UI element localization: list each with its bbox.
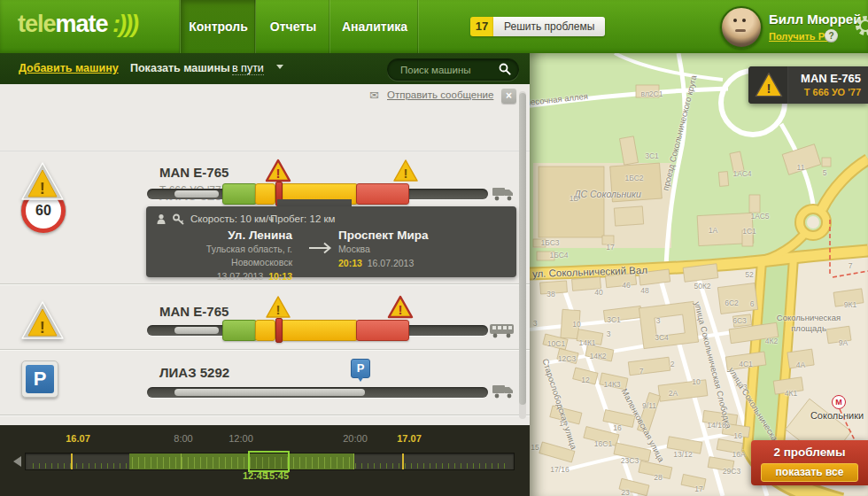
vehicle-name: MAN E-765 (159, 304, 229, 319)
chevron-down-icon[interactable] (276, 65, 283, 69)
timeline-left-arrow-icon[interactable] (13, 456, 21, 467)
user-avatar[interactable] (720, 6, 763, 49)
row-divider (0, 415, 530, 415)
timeline-label: 20:00 (343, 433, 368, 444)
to-title: Проспект Мира (338, 228, 489, 243)
logo[interactable]: telemate :))) (18, 11, 137, 38)
user-name: Билл Мюррей (769, 12, 861, 27)
vehicle-name: MAN E-765 (159, 165, 229, 180)
detail-mileage: Пробег: 12 км (270, 213, 335, 224)
bar-segment-green[interactable] (222, 320, 257, 341)
tab-divider (418, 0, 420, 53)
telemate-app: telemate :))) Контроль Отчеты Аналитика … (0, 0, 868, 496)
svg-text:!: ! (404, 166, 408, 181)
vehicle-name: ЛИАЗ 5292 (159, 365, 229, 380)
logo-tele: tele (18, 11, 56, 37)
bar-elapsed (174, 389, 365, 396)
send-message-link[interactable]: Отправить сообщение (387, 89, 493, 100)
warning-icon: ! (21, 301, 64, 344)
map-canvas (530, 53, 868, 496)
header: telemate :))) Контроль Отчеты Аналитика … (0, 0, 868, 53)
timeline-label: 17.07 (397, 433, 422, 444)
warning-red-marker[interactable]: ! (265, 159, 291, 186)
svg-text:!: ! (767, 81, 771, 96)
tab-analytics[interactable]: Аналитика (329, 0, 419, 53)
from-subtitle: Тульская область, г. Новомосковск (151, 243, 292, 269)
tooltip-vehicle-name: MAN E-765 (801, 72, 861, 85)
svg-text:!: ! (276, 302, 281, 317)
timeline-label: 16.07 (66, 433, 90, 444)
bar-elapsed (174, 190, 219, 198)
svg-text:!: ! (40, 179, 45, 198)
problems-count-label: 2 проблемы (751, 446, 868, 459)
tab-control[interactable]: Контроль (180, 0, 256, 53)
gear-icon[interactable] (854, 14, 868, 37)
bar-elapsed (174, 327, 219, 334)
warning-icon: ! (21, 162, 64, 205)
warning-yellow-marker[interactable]: ! (392, 159, 419, 186)
svg-text:!: ! (399, 302, 403, 317)
truck-icon (492, 383, 515, 404)
close-icon[interactable]: × (501, 89, 516, 104)
bar-segment-green[interactable] (222, 183, 257, 205)
to-datetime: 20:13 16.07.2013 (338, 256, 489, 271)
warning-icon: ! (755, 72, 783, 102)
vehicle-detail-panel: Скорость: 10 км/ч Пробег: 12 км Ул. Лени… (146, 206, 516, 277)
hour-mark (181, 453, 182, 469)
solve-problems-button[interactable]: Решить проблемы (493, 17, 605, 36)
bar-segment-yellow[interactable] (281, 320, 358, 341)
bar-segment-yellow[interactable] (255, 320, 275, 341)
search-icon[interactable] (499, 63, 511, 79)
timeline-track[interactable] (25, 453, 515, 470)
day-mark (402, 453, 404, 469)
arrow-right-icon (309, 242, 332, 258)
map-vehicle-tooltip[interactable]: ! MAN E-765 Т 666 УО '77 (748, 66, 868, 104)
map[interactable]: Песочная аллеяпроезд Сокольнического кру… (530, 53, 868, 496)
timeline-label: 8:00 (174, 433, 192, 444)
detail-speed: Скорость: 10 км/ч (190, 213, 274, 224)
route-bar[interactable]: P (147, 382, 488, 403)
timeline-label: 12:00 (229, 433, 253, 444)
svg-text:!: ! (276, 166, 281, 181)
filter-dropdown[interactable]: в пути (232, 62, 264, 75)
warning-red-marker[interactable]: ! (387, 295, 414, 322)
from-title: Ул. Ленина (151, 228, 292, 243)
timeline-selection[interactable] (248, 451, 290, 472)
to-subtitle: Москва (338, 243, 489, 256)
svg-text:!: ! (40, 318, 45, 337)
detail-icons (157, 213, 187, 229)
problems-count-badge[interactable]: 17 (470, 17, 493, 36)
show-all-button[interactable]: показать все (761, 463, 858, 482)
from-datetime: 13.07.2013 10:13 (151, 269, 292, 284)
route-from: Ул. Ленина Тульская область, г. Новомоск… (151, 228, 292, 284)
timeline: 16.078:0012:0020:0017.0712:4515:45 (0, 425, 530, 496)
bar-segment-red[interactable] (356, 320, 409, 341)
vehicle-list: ✉ Отправить сообщение × 60 ЛИАЗ 5292! С … (0, 84, 530, 425)
map-problems-panel: 2 проблемы показать все (751, 440, 868, 485)
help-icon[interactable]: ? (825, 29, 838, 43)
logo-waves-icon: :))) (108, 11, 137, 37)
route-bar[interactable]: !! (147, 320, 488, 341)
hour-mark (353, 453, 354, 469)
tab-reports[interactable]: Отчеты (255, 0, 330, 53)
day-mark (71, 453, 73, 469)
scrollbar-thumb[interactable] (519, 93, 526, 405)
bar-segment-yellow[interactable] (255, 183, 275, 205)
route-to: Проспект Мира Москва 20:13 16.07.2013 (338, 228, 489, 271)
search-input[interactable] (399, 61, 498, 79)
tooltip-vehicle-plate: Т 666 УО '77 (804, 87, 861, 97)
warning-yellow-marker[interactable]: ! (265, 295, 291, 322)
show-vehicles-label: Показать машины (130, 62, 230, 74)
row-divider (0, 349, 530, 350)
parking-marker[interactable]: P (351, 359, 370, 378)
add-vehicle-link[interactable]: Добавить машину (19, 62, 119, 74)
search-box (387, 58, 519, 81)
bus-icon (489, 322, 515, 343)
truck-icon (492, 185, 515, 206)
bar-segment-red[interactable] (356, 183, 409, 205)
logo-mate: mate (56, 11, 108, 37)
parking-sign-icon: P (21, 360, 58, 398)
envelope-icon[interactable]: ✉ (369, 89, 379, 102)
row-divider (0, 151, 530, 151)
